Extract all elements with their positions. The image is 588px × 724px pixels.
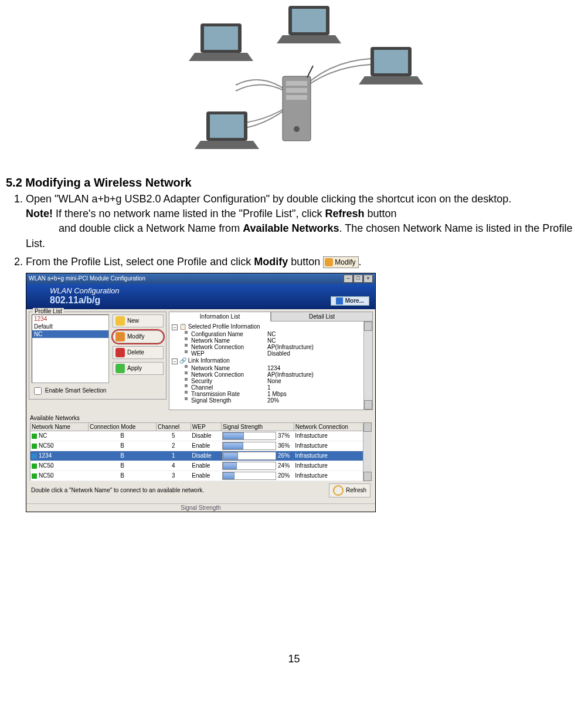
table-row[interactable]: 1234B1Disable 26%Infrastucture — [30, 451, 372, 461]
step-2a: From the Profile List, select one Profil… — [26, 256, 254, 268]
note-label: Note! — [26, 208, 53, 219]
profile-item[interactable]: Default — [32, 323, 108, 330]
svg-rect-9 — [286, 81, 307, 86]
step-2c: . — [359, 256, 362, 268]
tab-detail-list[interactable]: Detail List — [271, 312, 373, 322]
refresh-button-label: Refresh — [346, 487, 366, 493]
minimize-button[interactable]: – — [344, 275, 353, 283]
modify-button[interactable]: Modify — [113, 330, 164, 343]
more-label: More... — [345, 297, 364, 304]
svg-line-13 — [307, 66, 313, 77]
window-buttons: –□× — [343, 275, 373, 283]
banner-line1: WLAN Configuration — [50, 286, 369, 295]
delete-icon — [115, 348, 125, 357]
info-row: Network ConnectionAP(Infrastructure) — [172, 344, 370, 350]
scrollbar[interactable] — [363, 322, 372, 410]
modify-button-inline-label: Modify — [335, 258, 355, 266]
svg-rect-11 — [286, 95, 307, 100]
footer-hint: Double click a "Network Name" to connect… — [31, 487, 204, 493]
modify-icon — [325, 258, 333, 266]
refresh-button[interactable]: Refresh — [329, 483, 371, 498]
new-button[interactable]: New — [113, 314, 164, 327]
profile-list-label: Profile List — [33, 308, 64, 314]
note-line2a: and double click a Network Name from — [59, 222, 243, 234]
profile-list[interactable]: 1234 Default NC — [32, 314, 109, 383]
group-link-info-label: Link Information — [188, 357, 230, 364]
col-header[interactable]: Signal Strength — [221, 422, 294, 431]
step-1-text: Open "WLAN a+b+g USB2.0 Adapter Configur… — [26, 193, 511, 205]
window-titlebar: WLAN a+b+g mini-PCI Module Configuration… — [26, 273, 375, 284]
wlan-config-window: WLAN a+b+g mini-PCI Module Configuration… — [26, 273, 376, 512]
window-title: WLAN a+b+g mini-PCI Module Configuration — [29, 275, 145, 282]
info-row: Transmission Rate1 Mbps — [172, 391, 370, 397]
info-panel: –📋 Selected Profile Information Configur… — [169, 322, 373, 410]
tab-information-list[interactable]: Information List — [169, 312, 271, 322]
step-2: From the Profile List, select one Profil… — [26, 255, 582, 269]
info-row: WEPDisabled — [172, 350, 370, 357]
col-header[interactable]: Connection Mode — [88, 422, 156, 431]
step-2b: button — [288, 256, 323, 268]
apply-icon — [115, 364, 125, 373]
step-1: Open "WLAN a+b+g USB2.0 Adapter Configur… — [26, 192, 582, 251]
info-row: Network Name1234 — [172, 365, 370, 371]
table-row[interactable]: NC50B3Enable 20%Infrastucture — [30, 471, 372, 481]
note-line1b: button — [364, 208, 396, 219]
note-available-networks: Available Networks — [243, 222, 339, 234]
group-link-info[interactable]: –🔗 Link Information — [172, 357, 370, 365]
note-line1: If there's no network name listed in the… — [56, 208, 325, 219]
banner: WLAN Configuration 802.11a/b/g More... — [26, 284, 375, 309]
svg-rect-7 — [210, 114, 244, 138]
section-heading: 5.2 Modifying a Wireless Network — [6, 176, 582, 190]
close-button[interactable]: × — [363, 275, 373, 283]
col-header[interactable]: Network Connection — [294, 422, 371, 431]
info-row: Network ConnectionAP(Infrastructure) — [172, 371, 370, 378]
info-row: Signal Strength20% — [172, 397, 370, 404]
new-icon — [115, 316, 125, 326]
group-selected-profile-label: Selected Profile Information — [188, 323, 260, 330]
available-networks-table: Network NameConnection ModeChannelWEPSig… — [30, 422, 372, 481]
info-row: SecurityNone — [172, 378, 370, 384]
table-row[interactable]: NC50B4Enable 24%Infrastucture — [30, 461, 372, 471]
smart-selection-label: Enable Smart Selection — [45, 387, 107, 394]
profile-list-fieldset: Profile List 1234 Default NC New Modify … — [29, 312, 166, 400]
svg-rect-10 — [286, 88, 307, 93]
svg-rect-1 — [204, 26, 238, 50]
apply-button[interactable]: Apply — [113, 362, 164, 375]
svg-rect-5 — [374, 50, 408, 73]
modify-button-label: Modify — [127, 333, 144, 340]
refresh-icon — [333, 485, 344, 496]
note-refresh: Refresh — [325, 208, 364, 219]
table-row[interactable]: NC50B2Enable 36%Infrastucture — [30, 441, 372, 451]
profile-item-selected[interactable]: NC — [32, 330, 108, 338]
page-number: 15 — [6, 653, 582, 665]
info-row: Configuration NameNC — [172, 331, 370, 337]
col-header[interactable]: Network Name — [30, 422, 89, 431]
table-scrollbar[interactable] — [363, 422, 372, 481]
more-button[interactable]: More... — [331, 296, 369, 306]
group-selected-profile[interactable]: –📋 Selected Profile Information — [172, 323, 370, 331]
table-row[interactable]: NCB5Disable 37%Infrastucture — [30, 431, 372, 441]
apply-button-label: Apply — [127, 365, 142, 371]
delete-button[interactable]: Delete — [113, 346, 164, 359]
info-row: Channel1 — [172, 384, 370, 391]
modify-button-inline: Modify — [323, 256, 358, 269]
new-button-label: New — [127, 317, 139, 324]
signal-strength-bar: Signal Strength — [26, 503, 375, 512]
info-row: Network NameNC — [172, 337, 370, 344]
delete-button-label: Delete — [127, 349, 144, 356]
modify-icon — [115, 332, 125, 341]
available-networks-label: Available Networks — [30, 415, 372, 421]
step-2-modify: Modify — [254, 256, 288, 268]
svg-point-12 — [294, 126, 300, 132]
col-header[interactable]: WEP — [191, 422, 221, 431]
network-diagram — [6, 0, 582, 170]
smart-selection[interactable]: Enable Smart Selection — [32, 385, 164, 397]
svg-rect-3 — [292, 9, 326, 32]
arrow-icon — [336, 297, 343, 305]
profile-item[interactable]: 1234 — [32, 315, 108, 323]
smart-selection-checkbox[interactable] — [34, 387, 42, 395]
banner-line2: 802.11a/b/g — [50, 295, 369, 306]
col-header[interactable]: Channel — [156, 422, 191, 431]
maximize-button[interactable]: □ — [354, 275, 363, 283]
